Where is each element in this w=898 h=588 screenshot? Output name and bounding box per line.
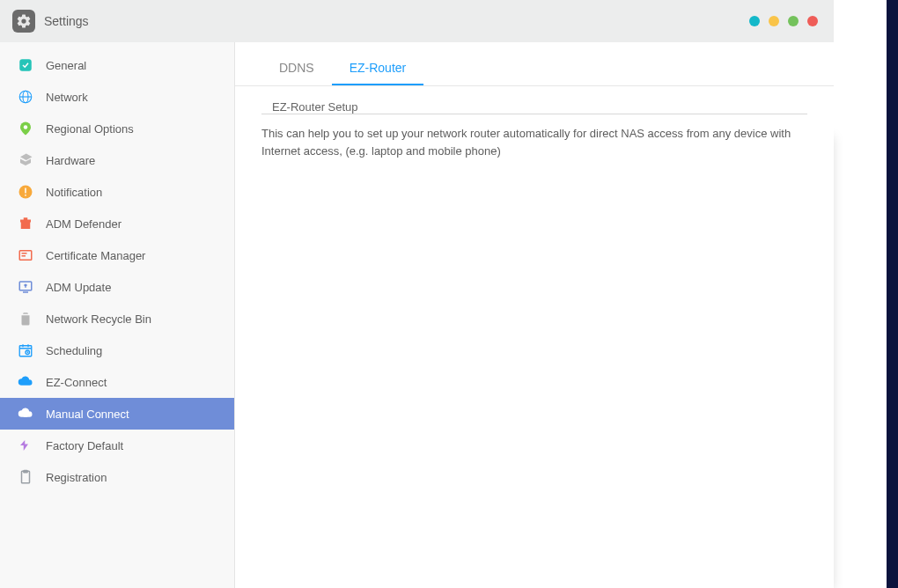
sidebar-item-label: Manual Connect — [46, 408, 129, 421]
sidebar-item-hardware[interactable]: Hardware — [0, 144, 234, 176]
svg-rect-12 — [24, 415, 28, 417]
sidebar-item-defender[interactable]: ADM Defender — [0, 208, 234, 239]
sidebar-item-update[interactable]: ADM Update — [0, 271, 234, 303]
sidebar-item-label: Network Recycle Bin — [46, 312, 151, 326]
sidebar-item-label: Hardware — [46, 154, 95, 167]
close-button[interactable] — [807, 16, 818, 26]
hardware-icon — [18, 152, 33, 168]
tab-ezrouter[interactable]: EZ-Router — [332, 52, 424, 85]
svg-point-3 — [24, 125, 28, 129]
tab-ddns-label: DDNS — [279, 61, 314, 75]
sidebar-item-notification[interactable]: Notification — [0, 176, 234, 208]
sidebar-item-label: General — [46, 59, 86, 72]
regional-icon — [18, 121, 33, 136]
sidebar-item-general[interactable]: General — [0, 49, 234, 81]
window-controls — [749, 16, 818, 26]
ezrouter-description: This can help you to set up your network… — [261, 125, 807, 159]
sidebar: GeneralNetworkRegional OptionsHardwareNo… — [0, 42, 235, 588]
notification-icon — [18, 184, 33, 200]
svg-rect-14 — [24, 471, 28, 473]
ezrouter-panel: EZ-Router Setup This can help you to set… — [235, 86, 834, 168]
sidebar-item-label: Notification — [46, 186, 102, 199]
tab-bar: DDNS EZ-Router — [235, 42, 834, 86]
network-icon — [18, 89, 33, 105]
settings-window: Settings GeneralNetworkRegional OptionsH… — [0, 0, 834, 588]
sidebar-item-label: ADM Update — [46, 281, 111, 294]
sidebar-item-label: Network — [46, 91, 88, 104]
ezconnect-icon — [18, 374, 33, 390]
scheduling-icon — [18, 342, 33, 358]
sidebar-item-label: Factory Default — [46, 439, 123, 452]
general-icon — [18, 57, 33, 73]
svg-rect-0 — [19, 59, 32, 71]
aux-button[interactable] — [769, 16, 779, 26]
sidebar-item-label: EZ-Connect — [46, 376, 107, 389]
svg-rect-5 — [25, 188, 26, 194]
sidebar-item-manualconnect[interactable]: Manual Connect — [0, 398, 234, 430]
sidebar-item-label: ADM Defender — [46, 217, 121, 231]
sidebar-item-registration[interactable]: Registration — [0, 461, 234, 493]
sidebar-item-scheduling[interactable]: Scheduling — [0, 334, 234, 366]
maximize-button[interactable] — [788, 16, 799, 26]
defender-icon — [18, 216, 33, 232]
minimize-button[interactable] — [749, 16, 760, 26]
sidebar-item-label: Certificate Manager — [46, 249, 145, 262]
sidebar-item-factory[interactable]: Factory Default — [0, 430, 234, 461]
sidebar-item-regional[interactable]: Regional Options — [0, 113, 234, 144]
sidebar-item-label: Scheduling — [46, 344, 102, 357]
sidebar-item-ezconnect[interactable]: EZ-Connect — [0, 366, 234, 398]
fieldset-title: EZ-Router Setup — [267, 100, 364, 114]
manualconnect-icon — [18, 406, 33, 422]
gear-icon — [12, 10, 35, 33]
registration-icon — [18, 469, 33, 485]
window-title: Settings — [44, 14, 89, 28]
tab-ezrouter-label: EZ-Router — [350, 61, 407, 75]
sidebar-item-label: Registration — [46, 471, 107, 484]
desktop-edge — [887, 0, 898, 588]
tab-ddns[interactable]: DDNS — [261, 52, 332, 85]
sidebar-item-network[interactable]: Network — [0, 81, 234, 113]
content-area: DDNS EZ-Router EZ-Router Setup This can … — [235, 42, 834, 588]
update-icon — [18, 279, 33, 295]
sidebar-item-recycle[interactable]: Network Recycle Bin — [0, 303, 234, 334]
sidebar-item-certmgr[interactable]: Certificate Manager — [0, 239, 234, 271]
factory-icon — [18, 437, 33, 453]
certmgr-icon — [18, 247, 33, 263]
title-bar: Settings — [0, 0, 834, 42]
svg-rect-6 — [25, 195, 26, 196]
sidebar-item-label: Regional Options — [46, 122, 134, 136]
recycle-icon — [18, 311, 33, 327]
